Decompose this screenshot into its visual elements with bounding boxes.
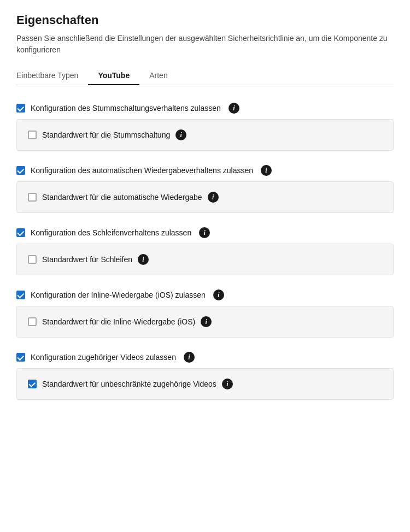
info-icon-schleifen-main[interactable]: i bbox=[199, 227, 210, 238]
label-zugehoerige-main: Konfiguration zugehöriger Videos zulasse… bbox=[31, 353, 176, 362]
checkbox-schleifen-sub[interactable] bbox=[28, 255, 37, 264]
checkbox-zugehoerige-main[interactable] bbox=[16, 353, 25, 362]
main-row-wiedergabe: Konfiguration des automatischen Wiederga… bbox=[16, 159, 394, 181]
checkbox-stummschaltung-main[interactable] bbox=[16, 104, 25, 113]
section-wiedergabe: Konfiguration des automatischen Wiederga… bbox=[16, 159, 394, 213]
checkbox-inline-main[interactable] bbox=[16, 291, 25, 299]
info-icon-stummschaltung-main[interactable]: i bbox=[229, 103, 239, 114]
label-schleifen-sub: Standardwert für Schleifen bbox=[42, 255, 132, 264]
tab-youtube[interactable]: YouTube bbox=[88, 67, 139, 85]
sub-panel-inline: Standardwert für die Inline-Wiedergabe (… bbox=[16, 306, 394, 338]
info-icon-schleifen-sub[interactable]: i bbox=[138, 254, 149, 265]
sub-panel-wiedergabe: Standardwert für die automatische Wieder… bbox=[16, 181, 394, 213]
info-icon-zugehoerige-sub[interactable]: i bbox=[222, 379, 233, 389]
page-title: Eigenschaften bbox=[16, 13, 394, 27]
main-row-inline-wiedergabe: Konfiguration der Inline-Wiedergabe (iOS… bbox=[16, 284, 394, 306]
tab-arten[interactable]: Arten bbox=[139, 67, 177, 85]
label-zugehoerige-sub: Standardwert für unbeschränkte zugehörig… bbox=[42, 380, 216, 388]
checkbox-wiedergabe-main[interactable] bbox=[16, 166, 25, 175]
main-row-zugehoerige-videos: Konfiguration zugehöriger Videos zulasse… bbox=[16, 346, 394, 368]
info-icon-wiedergabe-main[interactable]: i bbox=[261, 165, 272, 176]
section-inline-wiedergabe: Konfiguration der Inline-Wiedergabe (iOS… bbox=[16, 284, 394, 338]
info-icon-inline-main[interactable]: i bbox=[213, 289, 224, 300]
info-icon-wiedergabe-sub[interactable]: i bbox=[208, 192, 219, 203]
info-icon-inline-sub[interactable]: i bbox=[201, 316, 212, 327]
checkbox-schleifen-main[interactable] bbox=[16, 228, 25, 237]
label-wiedergabe-main: Konfiguration des automatischen Wiederga… bbox=[31, 166, 253, 175]
section-schleifen: Konfiguration des Schleifenverhaltens zu… bbox=[16, 222, 394, 275]
checkbox-stummschaltung-sub[interactable] bbox=[28, 131, 37, 139]
label-stummschaltung-main: Konfiguration des Stummschaltungsverhalt… bbox=[31, 104, 221, 113]
sub-panel-schleifen: Standardwert für Schleifen i bbox=[16, 244, 394, 275]
sub-panel-stummschaltung: Standardwert für die Stummschaltung i bbox=[16, 119, 394, 151]
info-icon-zugehoerige-main[interactable]: i bbox=[184, 352, 195, 363]
sections-container: Konfiguration des Stummschaltungsverhalt… bbox=[16, 97, 394, 400]
label-stummschaltung-sub: Standardwert für die Stummschaltung bbox=[42, 131, 170, 139]
checkbox-zugehoerige-sub[interactable] bbox=[28, 380, 37, 388]
main-row-stummschaltung: Konfiguration des Stummschaltungsverhalt… bbox=[16, 97, 394, 119]
tabs-container: Einbettbare Typen YouTube Arten bbox=[16, 67, 394, 85]
label-inline-main: Konfiguration der Inline-Wiedergabe (iOS… bbox=[31, 291, 206, 299]
label-wiedergabe-sub: Standardwert für die automatische Wieder… bbox=[42, 193, 202, 202]
main-row-schleifen: Konfiguration des Schleifenverhaltens zu… bbox=[16, 222, 394, 244]
sub-panel-zugehoerige: Standardwert für unbeschränkte zugehörig… bbox=[16, 368, 394, 400]
section-stummschaltung: Konfiguration des Stummschaltungsverhalt… bbox=[16, 97, 394, 151]
info-icon-stummschaltung-sub[interactable]: i bbox=[175, 129, 186, 140]
page-description: Passen Sie anschließend die Einstellunge… bbox=[16, 33, 388, 56]
section-zugehoerige-videos: Konfiguration zugehöriger Videos zulasse… bbox=[16, 346, 394, 400]
checkbox-inline-sub[interactable] bbox=[28, 317, 37, 326]
tab-einbettbare-typen[interactable]: Einbettbare Typen bbox=[16, 67, 88, 85]
checkbox-wiedergabe-sub[interactable] bbox=[28, 193, 37, 202]
label-schleifen-main: Konfiguration des Schleifenverhaltens zu… bbox=[31, 228, 191, 237]
label-inline-sub: Standardwert für die Inline-Wiedergabe (… bbox=[42, 317, 195, 326]
